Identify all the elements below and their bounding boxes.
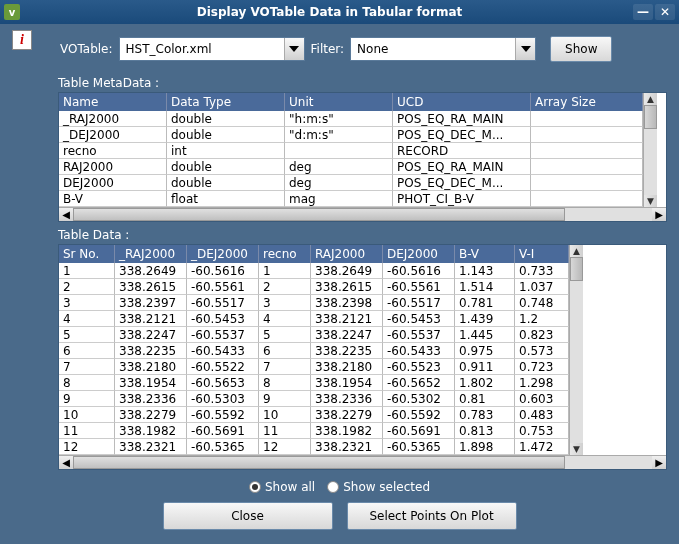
column-header[interactable]: DEJ2000: [383, 245, 455, 263]
table-cell[interactable]: "d:m:s": [285, 127, 393, 143]
table-cell[interactable]: 0.753: [515, 423, 569, 439]
table-cell[interactable]: -60.5691: [187, 423, 259, 439]
table-cell[interactable]: 11: [59, 423, 115, 439]
table-cell[interactable]: 0.975: [455, 343, 515, 359]
table-cell[interactable]: 338.2121: [115, 311, 187, 327]
table-cell[interactable]: double: [167, 111, 285, 127]
table-cell[interactable]: POS_EQ_RA_MAIN: [393, 159, 531, 175]
table-cell[interactable]: _DEJ2000: [59, 127, 167, 143]
table-cell[interactable]: -60.5517: [383, 295, 455, 311]
table-cell[interactable]: 1.143: [455, 263, 515, 279]
table-cell[interactable]: 7: [259, 359, 311, 375]
table-cell[interactable]: 0.723: [515, 359, 569, 375]
table-cell[interactable]: [285, 143, 393, 159]
table-cell[interactable]: RAJ2000: [59, 159, 167, 175]
table-cell[interactable]: [531, 111, 643, 127]
table-cell[interactable]: 338.2398: [311, 295, 383, 311]
table-cell[interactable]: -60.5365: [383, 439, 455, 455]
table-cell[interactable]: 1.2: [515, 311, 569, 327]
table-cell[interactable]: -60.5433: [187, 343, 259, 359]
table-cell[interactable]: -60.5517: [187, 295, 259, 311]
table-cell[interactable]: double: [167, 175, 285, 191]
column-header[interactable]: _RAJ2000: [115, 245, 187, 263]
table-cell[interactable]: 8: [59, 375, 115, 391]
table-cell[interactable]: 7: [59, 359, 115, 375]
table-cell[interactable]: 0.483: [515, 407, 569, 423]
table-cell[interactable]: 12: [59, 439, 115, 455]
table-cell[interactable]: 10: [59, 407, 115, 423]
table-cell[interactable]: 0.573: [515, 343, 569, 359]
table-cell[interactable]: 338.2649: [115, 263, 187, 279]
minimize-button[interactable]: —: [633, 4, 653, 20]
table-cell[interactable]: 338.2247: [115, 327, 187, 343]
column-header[interactable]: UCD: [393, 93, 531, 111]
table-cell[interactable]: -60.5653: [187, 375, 259, 391]
table-cell[interactable]: 338.2336: [115, 391, 187, 407]
table-cell[interactable]: -60.5537: [187, 327, 259, 343]
table-cell[interactable]: 9: [59, 391, 115, 407]
table-cell[interactable]: B-V: [59, 191, 167, 207]
show-all-radio[interactable]: Show all: [249, 480, 315, 494]
table-cell[interactable]: deg: [285, 159, 393, 175]
table-cell[interactable]: -60.5592: [187, 407, 259, 423]
table-cell[interactable]: -60.5302: [383, 391, 455, 407]
table-cell[interactable]: 0.783: [455, 407, 515, 423]
table-cell[interactable]: POS_EQ_DEC_M...: [393, 127, 531, 143]
table-cell[interactable]: 338.2180: [311, 359, 383, 375]
votable-select[interactable]: HST_Color.xml: [119, 37, 305, 61]
table-cell[interactable]: "h:m:s": [285, 111, 393, 127]
table-cell[interactable]: double: [167, 159, 285, 175]
table-cell[interactable]: 1.514: [455, 279, 515, 295]
table-cell[interactable]: -60.5433: [383, 343, 455, 359]
table-cell[interactable]: 6: [59, 343, 115, 359]
table-cell[interactable]: 338.2279: [311, 407, 383, 423]
table-cell[interactable]: 0.733: [515, 263, 569, 279]
table-cell[interactable]: 4: [259, 311, 311, 327]
table-cell[interactable]: 338.2397: [115, 295, 187, 311]
table-cell[interactable]: -60.5523: [383, 359, 455, 375]
horizontal-scrollbar[interactable]: ◀▶: [59, 455, 666, 469]
close-window-button[interactable]: ✕: [655, 4, 675, 20]
column-header[interactable]: _DEJ2000: [187, 245, 259, 263]
info-icon[interactable]: i: [12, 30, 32, 50]
table-cell[interactable]: 338.2279: [115, 407, 187, 423]
column-header[interactable]: Unit: [285, 93, 393, 111]
table-cell[interactable]: -60.5522: [187, 359, 259, 375]
table-cell[interactable]: 338.2235: [115, 343, 187, 359]
table-cell[interactable]: -60.5652: [383, 375, 455, 391]
table-cell[interactable]: POS_EQ_RA_MAIN: [393, 111, 531, 127]
vertical-scrollbar[interactable]: ▲▼: [569, 245, 583, 455]
table-cell[interactable]: 0.911: [455, 359, 515, 375]
table-cell[interactable]: [531, 159, 643, 175]
table-cell[interactable]: 0.603: [515, 391, 569, 407]
table-cell[interactable]: 1.898: [455, 439, 515, 455]
table-cell[interactable]: -60.5691: [383, 423, 455, 439]
table-cell[interactable]: 338.2615: [311, 279, 383, 295]
show-button[interactable]: Show: [550, 36, 612, 62]
table-cell[interactable]: 338.2321: [311, 439, 383, 455]
table-cell[interactable]: [531, 175, 643, 191]
table-cell[interactable]: 1.037: [515, 279, 569, 295]
column-header[interactable]: B-V: [455, 245, 515, 263]
table-cell[interactable]: 1: [59, 263, 115, 279]
table-cell[interactable]: -60.5616: [187, 263, 259, 279]
table-cell[interactable]: 3: [59, 295, 115, 311]
column-header[interactable]: recno: [259, 245, 311, 263]
table-cell[interactable]: mag: [285, 191, 393, 207]
table-cell[interactable]: -60.5561: [187, 279, 259, 295]
table-cell[interactable]: -60.5561: [383, 279, 455, 295]
column-header[interactable]: RAJ2000: [311, 245, 383, 263]
table-cell[interactable]: 338.1954: [311, 375, 383, 391]
chevron-down-icon[interactable]: [284, 38, 304, 60]
table-cell[interactable]: 338.2649: [311, 263, 383, 279]
table-cell[interactable]: 2: [59, 279, 115, 295]
table-cell[interactable]: 338.2615: [115, 279, 187, 295]
vertical-scrollbar[interactable]: ▲▼: [643, 93, 657, 207]
table-cell[interactable]: 1.439: [455, 311, 515, 327]
column-header[interactable]: Array Size: [531, 93, 643, 111]
chevron-down-icon[interactable]: [515, 38, 535, 60]
table-cell[interactable]: 10: [259, 407, 311, 423]
close-button[interactable]: Close: [163, 502, 333, 530]
table-cell[interactable]: [531, 143, 643, 159]
table-cell[interactable]: -60.5592: [383, 407, 455, 423]
